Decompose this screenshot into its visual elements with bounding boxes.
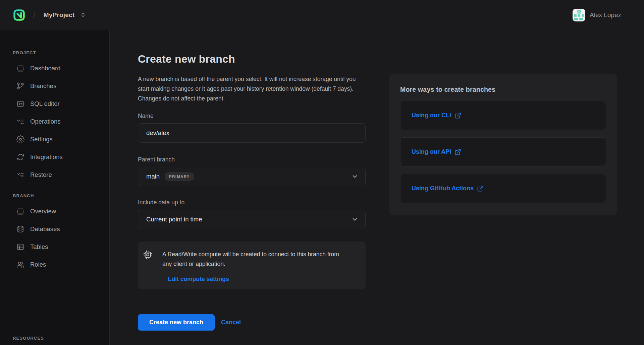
sidebar-item-label: Databases bbox=[30, 225, 60, 233]
page-description: A new branch is based off the parent you… bbox=[138, 74, 364, 104]
github-actions-card[interactable]: Using GitHub Actions bbox=[400, 174, 606, 203]
sidebar-section-project: PROJECT bbox=[13, 50, 109, 55]
create-branch-form: Create new branch A new branch is based … bbox=[138, 30, 369, 331]
chevron-down-icon bbox=[351, 216, 359, 223]
breadcrumb-separator: / bbox=[33, 10, 36, 20]
github-actions-link-label: Using GitHub Actions bbox=[412, 185, 474, 192]
sidebar-section-branch: BRANCH bbox=[13, 193, 109, 198]
neon-logo-icon bbox=[13, 9, 25, 21]
sidebar-item-label: Operations bbox=[30, 118, 61, 125]
dashboard-icon bbox=[16, 64, 24, 72]
checklist-icon bbox=[16, 171, 24, 179]
cli-card[interactable]: Using our CLI bbox=[400, 101, 606, 130]
database-icon bbox=[16, 225, 24, 233]
github-actions-link[interactable]: Using GitHub Actions bbox=[412, 185, 484, 192]
sidebar-item-branches[interactable]: Branches bbox=[0, 77, 109, 95]
external-link-icon bbox=[454, 149, 461, 155]
branch-name-input[interactable] bbox=[138, 123, 366, 143]
project-selector[interactable]: MyProject bbox=[44, 11, 86, 19]
sidebar-item-sql-editor[interactable]: SQL editor bbox=[0, 95, 109, 113]
api-link[interactable]: Using our API bbox=[412, 148, 461, 155]
sidebar-item-label: Integrations bbox=[30, 153, 63, 161]
sidebar-item-label: SQL editor bbox=[30, 100, 60, 108]
include-data-select[interactable]: Current point in time bbox=[138, 210, 366, 229]
users-icon bbox=[16, 261, 24, 269]
sidebar-item-settings[interactable]: Settings bbox=[0, 130, 109, 148]
page-title: Create new branch bbox=[138, 53, 369, 65]
sidebar-section-resources: RESOURCES bbox=[13, 336, 44, 341]
sidebar-item-dashboard[interactable]: Dashboard bbox=[0, 59, 109, 77]
sidebar-item-tables[interactable]: Tables bbox=[0, 238, 109, 256]
sidebar-item-operations[interactable]: Operations bbox=[0, 113, 109, 130]
cpu-chip-icon bbox=[143, 250, 152, 259]
cli-link[interactable]: Using our CLI bbox=[412, 112, 461, 119]
project-name: MyProject bbox=[44, 11, 75, 19]
sidebar-branch-list: Overview Databases Tables Roles bbox=[0, 202, 109, 273]
sidebar-item-databases[interactable]: Databases bbox=[0, 220, 109, 238]
chevron-down-icon bbox=[351, 173, 359, 180]
dashboard-icon bbox=[16, 207, 24, 215]
sidebar-item-overview[interactable]: Overview bbox=[0, 202, 109, 220]
compute-notice: A Read/Write compute will be created to … bbox=[138, 242, 366, 289]
avatar bbox=[573, 9, 585, 21]
git-branch-icon bbox=[16, 82, 24, 90]
sidebar: PROJECT Dashboard Branches SQL editor bbox=[0, 30, 110, 345]
sidebar-item-restore[interactable]: Restore bbox=[0, 166, 109, 184]
neon-logo[interactable] bbox=[12, 8, 26, 22]
more-ways-panel: More ways to create branches Using our C… bbox=[389, 74, 617, 215]
include-data-label: Include data up to bbox=[138, 199, 369, 206]
unfold-icon bbox=[80, 12, 86, 18]
name-label: Name bbox=[138, 113, 369, 120]
more-ways-title: More ways to create branches bbox=[400, 86, 606, 93]
sidebar-project-list: Dashboard Branches SQL editor Operations bbox=[0, 59, 109, 184]
gear-icon bbox=[16, 135, 24, 143]
api-card[interactable]: Using our API bbox=[400, 137, 606, 166]
api-link-label: Using our API bbox=[412, 148, 451, 155]
sidebar-item-label: Tables bbox=[30, 243, 48, 251]
sidebar-item-label: Dashboard bbox=[30, 65, 61, 72]
user-name: Alex Lopez bbox=[590, 11, 621, 19]
table-grid-icon bbox=[16, 243, 24, 251]
primary-badge: PRIMARY bbox=[165, 172, 194, 181]
external-link-icon bbox=[454, 112, 461, 119]
app-root: / MyProject bbox=[0, 0, 644, 345]
sidebar-item-label: Branches bbox=[30, 82, 56, 90]
include-data-value: Current point in time bbox=[146, 216, 202, 223]
parent-branch-label: Parent branch bbox=[138, 156, 369, 163]
parent-branch-select[interactable]: main PRIMARY bbox=[138, 167, 366, 186]
sidebar-item-roles[interactable]: Roles bbox=[0, 256, 109, 273]
sidebar-item-label: Roles bbox=[30, 261, 46, 268]
sidebar-item-label: Settings bbox=[30, 136, 53, 143]
sidebar-item-integrations[interactable]: Integrations bbox=[0, 148, 109, 166]
parent-branch-value: main bbox=[146, 173, 160, 180]
checklist-icon bbox=[16, 118, 24, 126]
sidebar-item-label: Overview bbox=[30, 208, 56, 215]
sidebar-item-label: Restore bbox=[30, 171, 52, 179]
terminal-icon bbox=[16, 100, 24, 108]
sync-arrows-icon bbox=[16, 153, 24, 161]
create-branch-button[interactable]: Create new branch bbox=[138, 314, 215, 331]
user-menu[interactable]: Alex Lopez bbox=[573, 9, 621, 21]
topbar: / MyProject bbox=[0, 0, 644, 30]
external-link-icon bbox=[477, 185, 484, 192]
compute-notice-text: A Read/Write compute will be created to … bbox=[162, 250, 343, 269]
cancel-button[interactable]: Cancel bbox=[221, 319, 241, 326]
edit-compute-settings-link[interactable]: Edit compute settings bbox=[168, 276, 229, 283]
form-actions: Create new branch Cancel bbox=[138, 314, 369, 331]
cli-link-label: Using our CLI bbox=[412, 112, 451, 119]
